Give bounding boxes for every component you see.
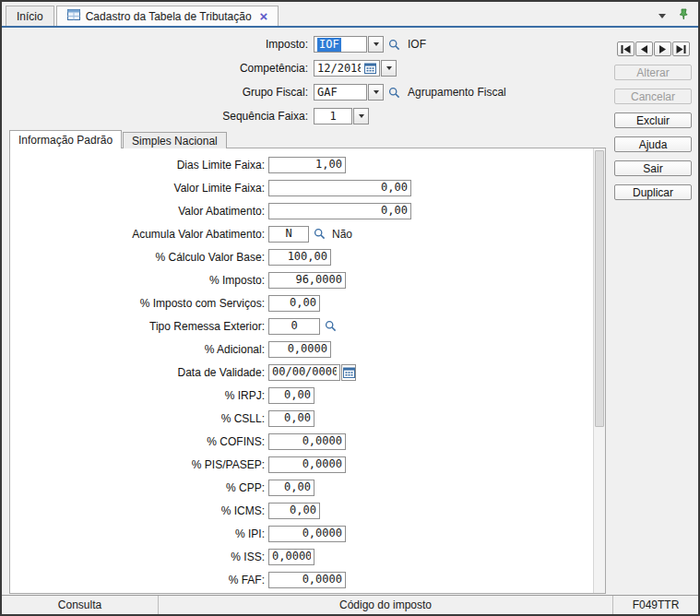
imposto-row: Imposto: IOF IOF [2,32,611,56]
tab-cadastro-label: Cadastro da Tabela de Tributação [86,10,252,23]
grupo-fiscal-input[interactable]: GAF [314,84,367,101]
field-input[interactable]: 96,0000 [268,272,346,289]
form-row: % Adicional: 0,0000 [10,338,592,361]
record-navigation [617,41,690,56]
grupo-fiscal-dropdown-button[interactable] [368,84,384,101]
next-record-button[interactable] [654,41,671,56]
field-input[interactable]: 0,00 [268,203,411,219]
grupo-fiscal-search-icon[interactable] [388,87,400,99]
field-input[interactable]: 0,0000 [268,572,346,588]
vertical-scrollbar[interactable] [593,148,605,593]
content-tabs: Informação Padrão Simples Nacional [9,130,228,148]
last-record-button[interactable] [672,41,690,56]
field-input[interactable]: 0,00 [268,295,320,312]
duplicar-button[interactable]: Duplicar [614,184,692,200]
field-input[interactable]: 0,0000 [268,341,331,358]
pin-icon[interactable] [678,8,689,23]
field-value: 0,0000 [272,342,327,356]
form-row: % Imposto: 96,0000 [10,268,592,291]
form-row: % ICMS: 0,00 [10,499,592,522]
field-input[interactable]: 0,00 [268,503,320,519]
search-icon[interactable] [325,320,337,332]
field-label: % Adicional: [10,343,265,356]
chevron-down-icon [374,42,379,46]
tab-simples-nacional[interactable]: Simples Nacional [123,132,227,148]
field-value: 0 [272,319,316,333]
field-value: 00/00/0000 [272,365,337,379]
chevron-down-icon [359,114,364,118]
competencia-input[interactable]: 12/2018 [314,60,380,77]
field-value: 0,0000 [272,550,311,563]
imposto-dropdown-button[interactable] [368,36,384,53]
competencia-row: Competência: 12/2018 [2,56,611,80]
field-input[interactable]: 0 [268,318,320,335]
field-input[interactable]: N [268,226,309,243]
field-label: % IPI: [10,527,265,540]
excluir-button[interactable]: Excluir [614,113,692,128]
field-value: 0,00 [272,181,408,195]
field-label: Tipo Remessa Exterior: [10,320,265,333]
status-message: Código do imposto [159,596,613,614]
field-label: % CSLL: [10,412,265,425]
sequencia-faixa-row: Sequência Faixa: 1 [2,104,611,128]
grupo-fiscal-label: Grupo Fiscal: [2,86,308,99]
form-window-icon [67,9,80,23]
calendar-icon[interactable] [364,63,376,74]
previous-record-button[interactable] [635,41,653,56]
first-record-button[interactable] [617,41,635,56]
form-row: Valor Abatimento: 0,00 [10,199,592,222]
status-program-code: F049TTR [613,596,698,614]
field-input[interactable]: 1,00 [268,157,346,173]
tab-inicio[interactable]: Início [6,6,54,26]
close-tab-icon[interactable]: × [260,11,268,22]
sequencia-faixa-dropdown-button[interactable] [353,108,369,124]
sequencia-faixa-input[interactable]: 1 [314,108,352,124]
imposto-input[interactable]: IOF [314,36,367,53]
field-input[interactable]: 0,00 [268,180,411,196]
search-icon[interactable] [314,228,326,240]
form-row: % CPP: 0,00 [10,476,592,499]
field-input[interactable]: 0,00 [268,410,314,427]
ajuda-button[interactable]: Ajuda [614,136,692,152]
tab-inicio-label: Início [17,10,43,23]
imposto-search-icon[interactable] [388,39,400,51]
form-row: % Imposto com Serviços: 0,00 [10,291,592,314]
window-tabbar: Início Cadastro da Tabela de Tributação … [2,2,698,28]
field-input[interactable]: 0,00 [268,387,314,404]
tab-informacao-padrao[interactable]: Informação Padrão [9,130,122,148]
field-label: % Imposto com Serviços: [10,297,265,310]
field-input[interactable]: 100,00 [268,249,331,266]
field-suffix: Não [332,228,352,241]
sair-button[interactable]: Sair [614,160,692,176]
field-value: 0,00 [272,296,316,310]
field-value: 96,0000 [272,273,342,287]
field-input[interactable]: 0,0000 [268,549,314,565]
grupo-fiscal-description: Agrupamento Fiscal [408,86,506,99]
field-label: % COFINS: [10,435,265,448]
competencia-label: Competência: [2,62,308,75]
form-row: % IRPJ: 0,00 [10,384,592,407]
field-label: % ISS: [10,551,265,563]
form-rows: Dias Limite Faixa: 1,00 Valor Limite Fai… [10,148,592,593]
field-label: % PIS/PASEP: [10,458,265,471]
tab-cadastro-tributacao[interactable]: Cadastro da Tabela de Tributação × [56,6,279,26]
field-input[interactable]: 0,00 [268,480,314,496]
imposto-description: IOF [408,38,426,51]
competencia-dropdown-button[interactable] [381,60,397,77]
status-bar: Consulta Código do imposto F049TTR [2,595,698,614]
field-input[interactable]: 0,0000 [268,433,346,450]
form-area: Dias Limite Faixa: 1,00 Valor Limite Fai… [9,148,606,594]
field-input[interactable]: 0,0000 [268,526,346,542]
cancelar-button: Cancelar [614,89,692,104]
field-value: 100,00 [272,250,327,264]
calendar-button[interactable] [341,364,356,381]
field-input[interactable]: 00/00/0000 [268,364,340,381]
field-value: 0,0000 [272,457,342,471]
menu-caret-icon[interactable] [658,14,666,18]
imposto-value: IOF [317,38,341,52]
scrollbar-thumb[interactable] [595,150,604,427]
field-value: 0,0000 [272,573,342,586]
field-input[interactable]: 0,0000 [268,456,346,473]
field-label: % FAF: [10,574,265,586]
competencia-value: 12/2018 [317,62,361,76]
